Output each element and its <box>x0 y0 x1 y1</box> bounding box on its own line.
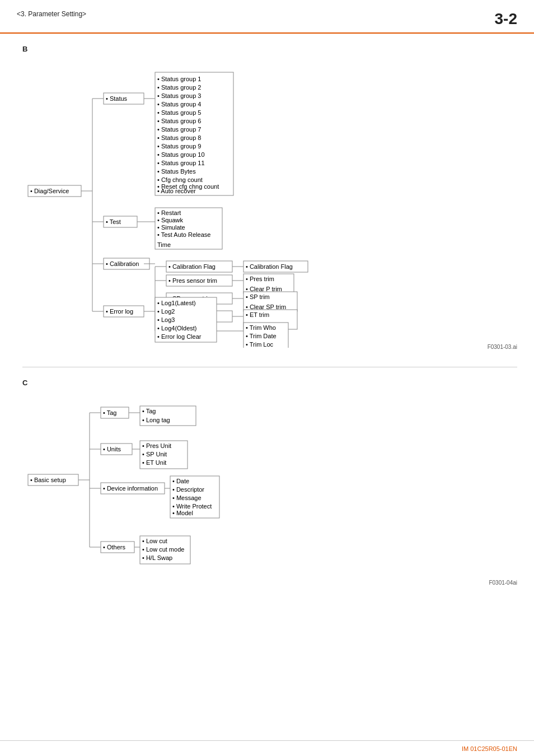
svg-text:• Message: • Message <box>172 494 202 501</box>
svg-text:• Log3: • Log3 <box>157 316 175 323</box>
svg-text:• Status: • Status <box>106 95 128 102</box>
svg-text:• Status group 2: • Status group 2 <box>157 84 201 91</box>
page-header: <3. Parameter Setting> 3-2 <box>0 0 534 34</box>
figure-note-c: F0301-04ai <box>22 580 517 586</box>
page-title: <3. Parameter Setting> <box>17 10 86 18</box>
svg-text:• ET Unit: • ET Unit <box>142 459 166 466</box>
svg-text:• Status group 9: • Status group 9 <box>157 143 201 150</box>
svg-text:• Device information: • Device information <box>103 485 158 492</box>
svg-text:• Pres Unit: • Pres Unit <box>142 442 171 449</box>
svg-text:• Status group 11: • Status group 11 <box>157 160 205 166</box>
svg-text:• Status group 7: • Status group 7 <box>157 126 201 133</box>
svg-text:• Error log Clear: • Error log Clear <box>157 333 202 340</box>
section-c-label: C <box>22 379 517 387</box>
svg-text:• Clear SP trim: • Clear SP trim <box>246 304 286 310</box>
svg-text:• H/L Swap: • H/L Swap <box>142 554 172 561</box>
svg-text:• Units: • Units <box>103 446 121 452</box>
section-b-svg: • Diag/Service • Status • Status group 1… <box>22 57 414 348</box>
svg-text:• Status group 3: • Status group 3 <box>157 92 201 99</box>
svg-text:• Basic setup: • Basic setup <box>30 477 66 483</box>
svg-text:• Date: • Date <box>172 478 189 484</box>
svg-text:• Trim Date: • Trim Date <box>246 333 277 339</box>
bottom-bar: IM 01C25R05-01EN <box>0 740 534 756</box>
footer-text: IM 01C25R05-01EN <box>462 745 517 752</box>
content-area: B • Diag/Service • Status • Status grou <box>0 34 534 614</box>
svg-text:• Simulate: • Simulate <box>157 224 185 231</box>
svg-text:• Tag: • Tag <box>103 409 116 416</box>
svg-text:• Auto recover: • Auto recover <box>157 188 196 194</box>
svg-text:• Descriptor: • Descriptor <box>172 486 204 493</box>
svg-text:• Cfg chng count: • Cfg chng count <box>157 176 203 183</box>
section-b: B • Diag/Service • Status • Status grou <box>22 45 517 350</box>
svg-text:• Test Auto Release: • Test Auto Release <box>157 231 210 238</box>
svg-text:• Others: • Others <box>103 544 125 550</box>
svg-text:• Write Protect: • Write Protect <box>172 503 212 510</box>
section-b-label: B <box>22 45 517 53</box>
svg-text:• Pres trim: • Pres trim <box>246 276 274 282</box>
svg-text:• Status group 8: • Status group 8 <box>157 134 201 141</box>
svg-text:• Pres sensor trim: • Pres sensor trim <box>168 277 217 284</box>
svg-text:• Calibration Flag: • Calibration Flag <box>246 263 293 270</box>
svg-text:• Model: • Model <box>172 510 193 516</box>
section-c: C • Basic setup • Tag • Tag • Long tag <box>22 379 517 586</box>
svg-text:• Status Bytes: • Status Bytes <box>157 168 196 175</box>
svg-text:• Trim Who: • Trim Who <box>246 324 276 331</box>
svg-text:• Restart: • Restart <box>157 209 181 216</box>
section-c-svg: • Basic setup • Tag • Tag • Long tag • U… <box>22 390 302 575</box>
svg-text:• Calibration Flag: • Calibration Flag <box>168 263 216 270</box>
svg-text:• Clear P trim: • Clear P trim <box>246 286 282 292</box>
svg-text:• Status group 6: • Status group 6 <box>157 118 201 124</box>
svg-text:• Status group 10: • Status group 10 <box>157 151 205 158</box>
svg-text:• Squawk: • Squawk <box>157 217 184 223</box>
svg-text:• ET trim: • ET trim <box>246 311 269 318</box>
svg-text:• Log2: • Log2 <box>157 308 175 315</box>
svg-text:• Status group 1: • Status group 1 <box>157 76 201 82</box>
svg-text:• Tag: • Tag <box>142 408 156 414</box>
svg-text:• Status group 4: • Status group 4 <box>157 101 201 108</box>
section-c-diagram: • Basic setup • Tag • Tag • Long tag • U… <box>22 390 517 577</box>
section-divider <box>22 367 517 367</box>
svg-text:• Diag/Service: • Diag/Service <box>30 188 69 194</box>
svg-text:• Test: • Test <box>106 218 121 225</box>
svg-text:• Status group 5: • Status group 5 <box>157 109 201 116</box>
svg-text:• Trim Loc: • Trim Loc <box>246 341 274 348</box>
svg-text:• SP trim: • SP trim <box>246 293 270 300</box>
svg-text:• Low cut mode: • Low cut mode <box>142 546 184 553</box>
svg-text:• Log1(Latest): • Log1(Latest) <box>157 300 196 306</box>
svg-text:• Low cut: • Low cut <box>142 538 167 544</box>
svg-text:• Long tag: • Long tag <box>142 417 170 423</box>
svg-text:• Error log: • Error log <box>106 308 133 315</box>
svg-text:• SP Unit: • SP Unit <box>142 451 167 458</box>
svg-text:• Log4(Oldest): • Log4(Oldest) <box>157 325 197 332</box>
page-number: 3-2 <box>495 10 517 28</box>
svg-text:• Calibration: • Calibration <box>106 260 139 267</box>
section-b-diagram: • Diag/Service • Status • Status group 1… <box>22 57 517 349</box>
svg-text:Time: Time <box>157 241 171 248</box>
